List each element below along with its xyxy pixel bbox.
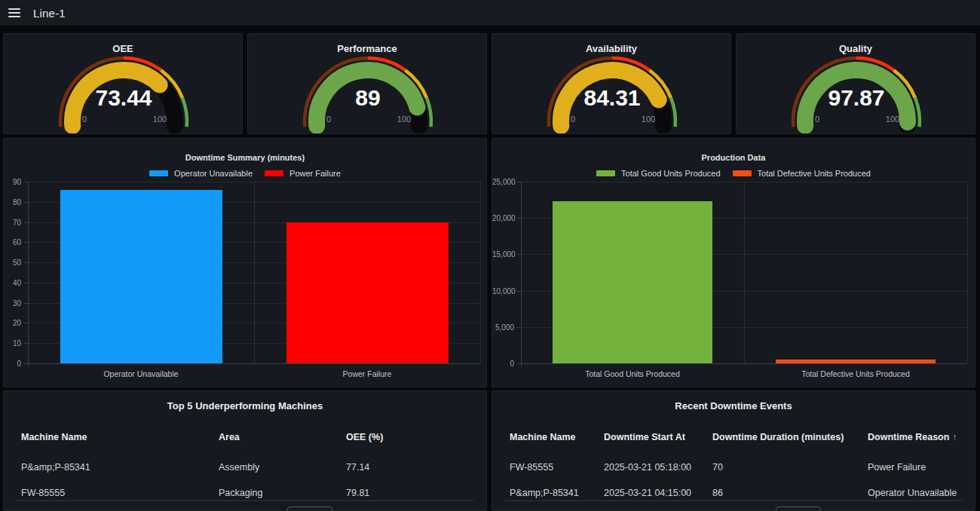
table-row: P&amp;P-85341 Assembly 77.14: [21, 457, 479, 478]
gauge-oee: 73.440100: [4, 54, 243, 133]
y-axis-tick-label: 40: [4, 279, 21, 287]
bar-total-good-units-produced[interactable]: [553, 201, 712, 363]
cell-machine-name: P&amp;P-85341: [21, 462, 219, 473]
y-axis-tick-label: 20,000: [492, 214, 514, 222]
panel-underperforming-machines-table: Top 5 Underperforming Machines Machine N…: [3, 390, 487, 511]
gauge-performance: 890100: [248, 54, 487, 133]
y-axis-tick-label: 30: [4, 299, 21, 308]
y-axis-tick-label: 90: [4, 178, 21, 186]
panel-production-data-chart: Production Data Total Good Units Produce…: [492, 138, 975, 387]
cell-downtime-reason: Power Failure: [868, 462, 967, 473]
cell-area: Packaging: [219, 488, 346, 498]
gauge-title: Availability: [492, 43, 730, 54]
cell-machine-name: FW-85555: [510, 462, 604, 473]
cell-area: Assembly: [219, 462, 346, 473]
panel-gauge-availability: Availability 84.310100: [492, 33, 731, 134]
gauge-title: Quality: [737, 43, 975, 54]
table-row: FW-85555 2025-03-21 05:18:00 70 Power Fa…: [510, 457, 967, 478]
pagination-button[interactable]: [287, 506, 332, 511]
cell-oee: 79.81: [346, 488, 479, 498]
bar-chart-plot: 05,00010,00015,00020,00025,000Total Good…: [492, 139, 975, 387]
table-footer-divider: [16, 500, 474, 501]
table-title: Top 5 Underperforming Machines: [4, 400, 486, 412]
panel-gauge-performance: Performance 890100: [247, 33, 487, 134]
gauge-quality: 97.870100: [737, 54, 975, 133]
cell-downtime-duration: 70: [712, 462, 868, 473]
gauge-title: OEE: [4, 43, 242, 54]
y-axis-tick-label: 20: [4, 319, 21, 327]
y-axis-tick-label: 15,000: [492, 250, 514, 259]
y-axis-tick-label: 50: [4, 259, 21, 267]
dashboard-title: Line-1: [33, 7, 66, 20]
column-header-oee[interactable]: OEE (%): [346, 432, 479, 442]
y-axis-tick-label: 0: [4, 360, 21, 368]
column-header-downtime-reason[interactable]: Downtime Reason ↑: [868, 432, 967, 442]
y-axis-tick-label: 60: [4, 238, 21, 246]
svg-text:89: 89: [355, 85, 380, 110]
y-axis-tick-label: 5,000: [492, 323, 514, 332]
panel-gauge-quality: Quality 97.870100: [736, 33, 975, 134]
y-axis-tick-label: 10: [4, 339, 21, 347]
svg-text:0: 0: [82, 115, 87, 124]
y-axis-tick-label: 25,000: [492, 178, 514, 186]
column-header-machine-name[interactable]: Machine Name: [510, 432, 604, 442]
bar-power-failure[interactable]: [286, 222, 449, 363]
svg-text:100: 100: [397, 115, 411, 124]
svg-text:0: 0: [571, 115, 575, 124]
y-axis-tick-label: 70: [4, 219, 21, 227]
svg-text:97.87: 97.87: [828, 85, 884, 110]
cell-downtime-reason: Operator Unavailable: [868, 488, 967, 498]
menu-hamburger-icon[interactable]: [2, 0, 27, 26]
x-axis-tick-label: Operator Unavailable: [51, 369, 231, 378]
cell-downtime-start: 2025-03-21 05:18:00: [604, 462, 712, 473]
column-header-machine-name[interactable]: Machine Name: [21, 432, 219, 442]
pagination-button[interactable]: [776, 506, 821, 511]
cell-machine-name: FW-85555: [21, 488, 219, 498]
cell-downtime-duration: 86: [712, 488, 868, 498]
bar-chart-plot: 0102030405060708090Operator UnavailableP…: [4, 139, 486, 387]
top-nav-bar: Line-1: [0, 0, 980, 26]
svg-text:100: 100: [886, 115, 899, 124]
cell-machine-name: P&amp;P-85341: [510, 488, 604, 498]
panel-downtime-summary-chart: Downtime Summary (minutes) Operator Unav…: [3, 138, 487, 387]
svg-text:0: 0: [815, 115, 819, 124]
table-title: Recent Downtime Events: [492, 400, 975, 412]
y-axis-tick-label: 10,000: [492, 287, 514, 295]
x-axis-tick-label: Total Defective Units Produced: [765, 369, 946, 378]
panel-gauge-oee: OEE 73.440100: [3, 33, 243, 134]
svg-text:84.31: 84.31: [583, 85, 640, 110]
x-axis-tick-label: Total Good Units Produced: [542, 369, 723, 378]
gauge-title: Performance: [248, 43, 486, 54]
y-axis-tick-label: 80: [4, 198, 21, 207]
svg-text:73.44: 73.44: [95, 85, 152, 110]
cell-downtime-start: 2025-03-21 04:15:00: [604, 488, 712, 498]
svg-text:0: 0: [326, 115, 331, 124]
svg-text:100: 100: [153, 115, 167, 124]
gauge-availability: 84.310100: [492, 54, 731, 133]
table-footer-divider: [504, 500, 963, 501]
table-header-row: Machine Name Area OEE (%): [21, 430, 479, 444]
y-axis-tick-label: 0: [492, 360, 514, 368]
column-header-downtime-duration[interactable]: Downtime Duration (minutes): [712, 432, 868, 442]
column-header-downtime-start[interactable]: Downtime Start At: [604, 432, 712, 442]
svg-text:100: 100: [642, 115, 655, 124]
x-axis-tick-label: Power Failure: [277, 369, 458, 378]
sort-ascending-icon: ↑: [952, 432, 957, 442]
table-header-row: Machine Name Downtime Start At Downtime …: [510, 430, 967, 444]
column-header-area[interactable]: Area: [219, 432, 346, 442]
panel-recent-downtime-events-table: Recent Downtime Events Machine Name Down…: [492, 390, 975, 511]
bar-total-defective-units-produced[interactable]: [776, 360, 936, 363]
bar-operator-unavailable[interactable]: [60, 190, 222, 363]
cell-oee: 77.14: [346, 462, 479, 473]
